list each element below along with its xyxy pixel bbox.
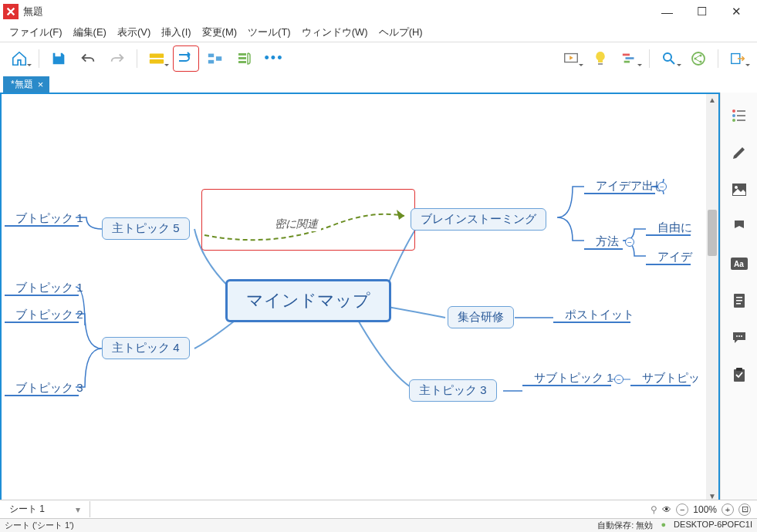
collapse-idea-out[interactable]: − [657, 182, 667, 191]
main-topic-group-training[interactable]: 集合研修 [448, 306, 514, 328]
svg-rect-24 [737, 120, 745, 121]
svg-rect-10 [623, 53, 630, 56]
toolbar: ••• [0, 42, 757, 74]
collapse-method[interactable]: − [625, 237, 634, 247]
svg-rect-7 [238, 61, 246, 63]
more-button[interactable]: ••• [261, 45, 287, 72]
svg-rect-4 [216, 56, 221, 61]
svg-rect-12 [624, 60, 630, 62]
svg-rect-20 [737, 110, 745, 112]
svg-point-13 [664, 53, 671, 61]
menu-insert[interactable]: 挿入(I) [157, 24, 195, 41]
svg-rect-31 [736, 300, 742, 301]
zoom-in-button[interactable]: + [722, 503, 734, 516]
home-button[interactable] [6, 45, 32, 72]
main-topic-brainstorm[interactable]: ブレインストーミング [411, 208, 546, 231]
svg-text:Aa: Aa [734, 260, 744, 268]
svg-rect-9 [598, 63, 603, 65]
status-desktop: DESKTOP-6POFC1I [674, 520, 752, 531]
notes-icon[interactable] [730, 291, 749, 310]
comments-icon[interactable] [730, 328, 749, 347]
svg-point-14 [692, 52, 705, 65]
summary-button[interactable] [231, 45, 258, 72]
status-sheet-info: シート ('シート 1') [5, 520, 74, 531]
main-topic-3[interactable]: 主トピック 3 [409, 379, 497, 402]
sheetbar: シート 1 ▾ ⚲ 👁 − 100% + ⊡ [0, 500, 757, 518]
file-tabbar: *無題 × [0, 74, 757, 93]
file-tab-active[interactable]: *無題 × [3, 76, 49, 93]
menu-window[interactable]: ウィンドウ(W) [297, 24, 373, 41]
save-button[interactable] [46, 45, 72, 72]
statusbar: シート ('シート 1') 自動保存: 無効 ● DESKTOP-6POFC1I [0, 518, 757, 532]
topic-button[interactable] [144, 45, 170, 72]
file-tab-label: *無題 [11, 78, 33, 91]
status-autosave: 自動保存: 無効 [597, 520, 653, 531]
zoom-level: 100% [693, 504, 717, 515]
presentation-button[interactable] [558, 45, 584, 72]
menu-edit[interactable]: 編集(E) [69, 24, 111, 41]
sheet-tab[interactable]: シート 1 ▾ [0, 501, 90, 517]
image-icon[interactable] [730, 180, 749, 199]
svg-point-33 [736, 335, 738, 337]
svg-rect-3 [208, 59, 214, 63]
maximize-button[interactable]: ☐ [684, 1, 719, 22]
svg-rect-5 [238, 53, 246, 56]
text-icon[interactable]: Aa [730, 254, 749, 273]
visibility-icon[interactable]: 👁 [662, 504, 671, 515]
sheet-dropdown-icon[interactable]: ▾ [76, 504, 80, 515]
svg-rect-2 [208, 53, 214, 57]
gantt-button[interactable] [617, 45, 643, 72]
menubar: ファイル(F) 編集(E) 表示(V) 挿入(I) 変更(M) ツール(T) ウ… [0, 23, 757, 42]
zoom-fit-button[interactable]: ⊡ [738, 503, 751, 516]
svg-point-21 [732, 114, 735, 117]
collapse-subtopic1[interactable]: − [614, 375, 624, 384]
svg-point-26 [735, 186, 738, 189]
redo-button[interactable] [104, 45, 130, 72]
svg-rect-30 [736, 297, 742, 298]
main-topic-4[interactable]: 主トピック 4 [102, 337, 190, 359]
svg-rect-1 [150, 59, 164, 63]
minimize-button[interactable]: — [650, 1, 684, 22]
right-panel: Aa [720, 93, 757, 515]
svg-rect-32 [736, 303, 741, 305]
svg-point-34 [738, 335, 740, 337]
undo-button[interactable] [75, 45, 101, 72]
boundary-button[interactable] [202, 45, 228, 72]
export-button[interactable] [725, 45, 751, 72]
zoom-out-button[interactable]: − [676, 503, 688, 516]
task-icon[interactable] [730, 365, 749, 384]
menu-tools[interactable]: ツール(T) [243, 24, 296, 41]
menu-help[interactable]: ヘルプ(H) [374, 24, 428, 41]
format-icon[interactable] [730, 143, 749, 162]
menu-file[interactable]: ファイル(F) [5, 24, 67, 41]
outline-icon[interactable] [730, 106, 749, 125]
marker-icon[interactable] [730, 217, 749, 236]
window-title: 無題 [23, 5, 650, 19]
svg-rect-0 [150, 53, 164, 58]
svg-rect-11 [626, 57, 634, 59]
menu-modify[interactable]: 変更(M) [198, 24, 242, 41]
titlebar: 無題 — ☐ ✕ [0, 0, 757, 23]
main-topic-5[interactable]: 主トピック 5 [102, 217, 190, 240]
filter-icon[interactable]: ⚲ [651, 504, 657, 515]
app-icon [3, 4, 19, 19]
file-tab-close[interactable]: × [38, 79, 44, 90]
close-window-button[interactable]: ✕ [719, 1, 754, 22]
svg-rect-37 [736, 368, 742, 371]
relationship-label[interactable]: 密に関連 [272, 217, 321, 231]
search-button[interactable] [656, 45, 682, 72]
canvas[interactable]: 密に関連 マインドマップ 主トピック 5 主トピック 4 ブレインストーミング … [0, 93, 720, 515]
vertical-scrollbar[interactable]: ▲ ▼ [706, 94, 718, 501]
central-topic[interactable]: マインドマップ [225, 279, 391, 322]
idea-button[interactable] [587, 45, 613, 72]
share-button[interactable] [685, 45, 711, 72]
menu-view[interactable]: 表示(V) [113, 24, 155, 41]
svg-point-35 [741, 335, 742, 337]
sheet-name: シート 1 [9, 503, 45, 516]
svg-rect-6 [238, 57, 246, 59]
svg-point-23 [732, 119, 735, 122]
svg-point-19 [732, 109, 735, 113]
svg-rect-22 [737, 115, 745, 116]
relationship-button[interactable] [173, 45, 199, 72]
